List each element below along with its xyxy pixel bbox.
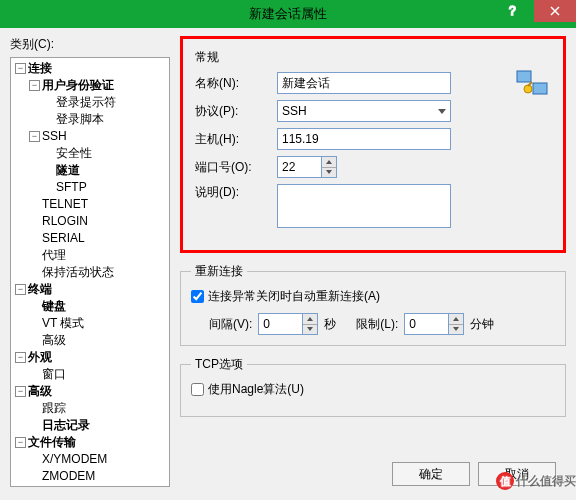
ok-button[interactable]: 确定 <box>392 462 470 486</box>
name-input[interactable] <box>277 72 451 94</box>
name-label: 名称(N): <box>195 75 277 92</box>
tree-keyboard[interactable]: 键盘 <box>42 298 66 315</box>
svg-rect-2 <box>533 83 547 94</box>
tree-log[interactable]: 日志记录 <box>42 417 90 434</box>
tree-toggle[interactable]: − <box>15 386 26 397</box>
tree-connection[interactable]: 连接 <box>28 60 52 77</box>
tree-toggle[interactable]: − <box>15 284 26 295</box>
svg-point-3 <box>524 85 532 93</box>
tree-filetransfer[interactable]: 文件传输 <box>28 434 76 451</box>
tree-zmodem[interactable]: ZMODEM <box>42 468 95 485</box>
host-input[interactable] <box>277 128 451 150</box>
tree-xymodem[interactable]: X/YMODEM <box>42 451 107 468</box>
tree-login-script[interactable]: 登录脚本 <box>56 111 104 128</box>
protocol-label: 协议(P): <box>195 103 277 120</box>
desc-textarea[interactable] <box>277 184 451 228</box>
network-icon <box>515 69 549 102</box>
protocol-select[interactable]: SSH <box>277 100 451 122</box>
cancel-button[interactable]: 取消 <box>478 462 556 486</box>
limit-unit: 分钟 <box>470 316 494 333</box>
tree-auth[interactable]: 用户身份验证 <box>42 77 114 94</box>
tree-terminal[interactable]: 终端 <box>28 281 52 298</box>
tree-proxy[interactable]: 代理 <box>42 247 66 264</box>
window-title: 新建会话属性 <box>0 5 576 23</box>
port-spinner[interactable] <box>277 156 337 178</box>
svg-rect-1 <box>517 71 531 82</box>
tree-serial[interactable]: SERIAL <box>42 230 85 247</box>
tree-toggle[interactable]: − <box>29 131 40 142</box>
tree-toggle[interactable]: − <box>15 437 26 448</box>
port-label: 端口号(O): <box>195 159 277 176</box>
tree-ssh[interactable]: SSH <box>42 128 67 145</box>
tree-trace[interactable]: 跟踪 <box>42 400 66 417</box>
tree-toggle[interactable]: − <box>15 63 26 74</box>
general-group: 常规 名称(N): 协议(P): SSH 主机(H): 端口号(O): <box>180 36 566 253</box>
tcp-heading: TCP选项 <box>191 356 247 373</box>
interval-label: 间隔(V): <box>209 316 252 333</box>
close-button[interactable] <box>534 0 576 22</box>
limit-spinner[interactable] <box>404 313 464 335</box>
tree-terminal-adv[interactable]: 高级 <box>42 332 66 349</box>
svg-text:?: ? <box>509 5 516 17</box>
category-label: 类别(C): <box>10 36 170 53</box>
spin-up[interactable] <box>322 157 336 168</box>
titlebar: 新建会话属性 ? <box>0 0 576 28</box>
reconnect-group: 重新连接 连接异常关闭时自动重新连接(A) 间隔(V): 秒 限制(L): 分钟 <box>180 263 566 346</box>
tree-sftp[interactable]: SFTP <box>56 179 87 196</box>
tree-vtmode[interactable]: VT 模式 <box>42 315 84 332</box>
tree-advanced[interactable]: 高级 <box>28 383 52 400</box>
nagle-checkbox[interactable] <box>191 383 204 396</box>
tree-telnet[interactable]: TELNET <box>42 196 88 213</box>
host-label: 主机(H): <box>195 131 277 148</box>
chevron-down-icon <box>438 109 446 114</box>
tree-window[interactable]: 窗口 <box>42 366 66 383</box>
tcp-group: TCP选项 使用Nagle算法(U) <box>180 356 566 417</box>
interval-unit: 秒 <box>324 316 336 333</box>
desc-label: 说明(D): <box>195 184 277 201</box>
spin-down[interactable] <box>322 168 336 178</box>
interval-spinner[interactable] <box>258 313 318 335</box>
auto-reconnect-checkbox[interactable] <box>191 290 204 303</box>
tree-login-prompt[interactable]: 登录提示符 <box>56 94 116 111</box>
tree-security[interactable]: 安全性 <box>56 145 92 162</box>
limit-label: 限制(L): <box>356 316 398 333</box>
tree-toggle[interactable]: − <box>15 352 26 363</box>
auto-reconnect-label: 连接异常关闭时自动重新连接(A) <box>208 288 380 305</box>
tree-tunnel[interactable]: 隧道 <box>56 162 80 179</box>
tree-toggle[interactable]: − <box>29 80 40 91</box>
tree-rlogin[interactable]: RLOGIN <box>42 213 88 230</box>
reconnect-heading: 重新连接 <box>191 263 247 280</box>
nagle-label: 使用Nagle算法(U) <box>208 381 304 398</box>
tree-keepalive[interactable]: 保持活动状态 <box>42 264 114 281</box>
tree-appearance[interactable]: 外观 <box>28 349 52 366</box>
category-tree[interactable]: −连接 −用户身份验证 登录提示符 登录脚本 −SSH 安全性 隧道 <box>10 57 170 487</box>
help-button[interactable]: ? <box>492 0 534 22</box>
general-heading: 常规 <box>195 49 551 66</box>
